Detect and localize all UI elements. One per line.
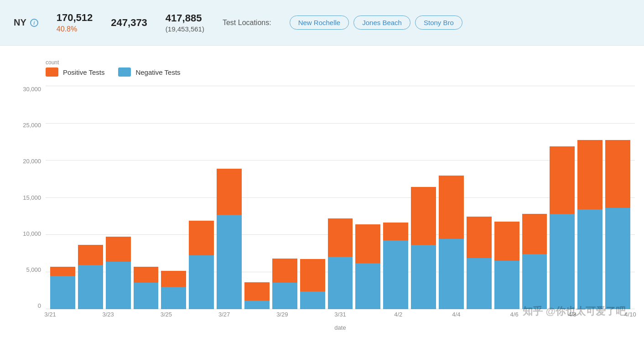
- bar-group: [355, 86, 380, 309]
- bar-stack: [106, 182, 131, 309]
- bar-group: [383, 86, 408, 309]
- bar-negative: [439, 239, 464, 309]
- positive-rate: 40.8%: [57, 25, 93, 33]
- positive-label: Positive Tests: [63, 68, 104, 76]
- chart-area: count Positive Tests Negative Tests 05,0…: [0, 46, 644, 341]
- x-axis-title: date: [334, 324, 346, 331]
- bar-negative: [383, 240, 408, 309]
- total-tests: 417,885: [166, 12, 204, 24]
- bar-negative: [106, 262, 131, 309]
- bar-positive: [439, 176, 464, 239]
- x-axis: 3/213/233/253/273/293/314/24/44/64/84/10: [50, 309, 630, 323]
- bar-stack: [217, 132, 242, 309]
- bar-negative: [522, 254, 547, 309]
- bar-stack: [467, 166, 492, 309]
- bar-positive: [467, 217, 492, 258]
- bar-stack: [78, 189, 103, 309]
- bar-stack: [550, 119, 575, 309]
- bar-positive: [328, 218, 353, 256]
- bar-negative: [411, 245, 436, 309]
- bar-negative: [300, 291, 325, 309]
- bar-negative: [50, 276, 75, 309]
- negative-swatch: [118, 67, 131, 77]
- chart-wrapper: 05,00010,00015,00020,00025,00030,000 3/2…: [9, 86, 635, 323]
- x-axis-label: 3/25: [161, 311, 172, 318]
- bar-positive: [300, 259, 325, 291]
- state-text: NY: [14, 17, 26, 28]
- bar-positive: [577, 140, 602, 209]
- x-axis-label: 3/23: [103, 311, 114, 318]
- total-tests-block: 417,885 (19,453,561): [166, 12, 204, 33]
- y-axis-label: 25,000: [23, 122, 41, 129]
- bar-group: [161, 86, 186, 309]
- x-axis-label: 4/4: [452, 311, 460, 318]
- x-axis-label: 3/27: [218, 311, 230, 318]
- bar-group: [467, 86, 492, 309]
- bar-stack: [605, 115, 630, 309]
- bar-positive: [244, 282, 270, 301]
- bar-stack: [300, 203, 325, 309]
- bar-negative: [355, 263, 380, 309]
- bar-group: [328, 86, 353, 309]
- bar-positive: [550, 146, 575, 214]
- location-new-rochelle[interactable]: New Rochelle: [290, 16, 349, 30]
- bar-group: [106, 86, 131, 309]
- bar-negative: [244, 301, 270, 309]
- info-icon[interactable]: i: [30, 19, 38, 27]
- bar-stack: [328, 167, 353, 309]
- bar-negative: [550, 214, 575, 309]
- test-locations-label: Test Locations:: [223, 19, 271, 27]
- bar-stack: [439, 136, 464, 309]
- bar-positive: [411, 187, 436, 245]
- bar-stack: [272, 202, 297, 309]
- positive-count: 170,512: [57, 12, 93, 24]
- bar-stack: [244, 232, 270, 309]
- bars-container: [46, 86, 635, 309]
- bar-group: [577, 86, 602, 309]
- bar-stack: [134, 212, 159, 309]
- bar-positive: [355, 224, 380, 264]
- bar-positive: [161, 271, 186, 287]
- bar-positive: [605, 140, 630, 208]
- bar-group: [50, 86, 75, 309]
- bar-negative: [189, 255, 214, 309]
- chart-legend: Positive Tests Negative Tests: [46, 67, 635, 77]
- bar-stack: [411, 144, 436, 309]
- location-jones-beach[interactable]: Jones Beach: [353, 16, 410, 30]
- bar-stack: [189, 168, 214, 309]
- bar-negative: [467, 258, 492, 309]
- bar-negative: [161, 287, 186, 309]
- bar-positive: [522, 214, 547, 254]
- location-stony-bro[interactable]: Stony Bro: [415, 16, 462, 30]
- bar-stack: [494, 169, 519, 309]
- bar-group: [522, 86, 547, 309]
- bar-positive: [383, 223, 408, 241]
- x-axis-label: 3/29: [276, 311, 288, 318]
- bar-group: [300, 86, 325, 309]
- bar-negative: [577, 209, 602, 309]
- bar-group: [494, 86, 519, 309]
- x-axis-label: 3/21: [44, 311, 56, 318]
- bar-positive: [217, 169, 242, 215]
- x-axis-label: 3/31: [334, 311, 346, 318]
- bar-stack: [577, 115, 602, 309]
- bar-stack: [161, 217, 186, 309]
- state-label: NY i: [14, 17, 38, 28]
- bar-stack: [522, 163, 547, 309]
- y-axis-label: 5,000: [26, 266, 41, 273]
- bar-positive: [189, 221, 214, 255]
- bar-negative: [328, 257, 353, 309]
- bar-stack: [50, 212, 75, 309]
- chart-inner: 3/213/233/253/273/293/314/24/44/64/84/10…: [46, 86, 635, 323]
- x-axis-label: 4/6: [510, 311, 519, 318]
- bar-negative: [217, 215, 242, 309]
- y-axis: 05,00010,00015,00020,00025,00030,000: [9, 86, 46, 323]
- stat-positive-block: 170,512 40.8%: [57, 12, 93, 33]
- count-label: count: [46, 59, 635, 66]
- x-axis-label: 4/10: [624, 311, 636, 318]
- y-axis-label: 0: [38, 302, 41, 309]
- header-bar: NY i 170,512 40.8% 247,373 417,885 (19,4…: [0, 0, 644, 46]
- y-axis-label: 15,000: [23, 194, 41, 201]
- bar-positive: [494, 222, 519, 261]
- positive-swatch: [46, 67, 58, 77]
